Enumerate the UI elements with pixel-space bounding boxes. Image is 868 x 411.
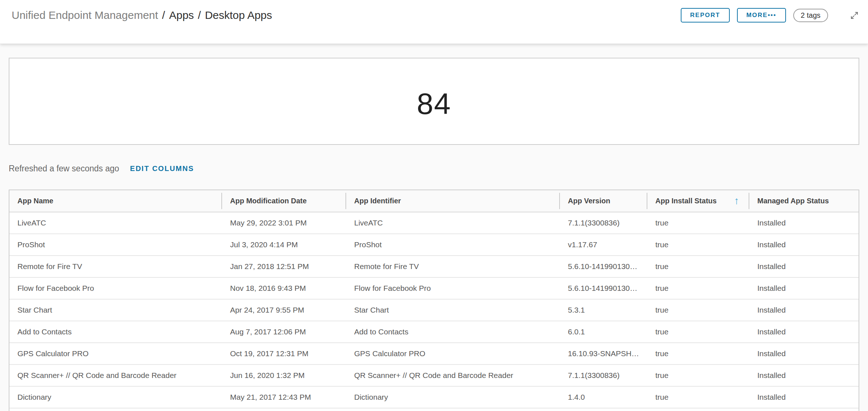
cell-app-identifier: Remote for Fire TV xyxy=(346,256,560,277)
cell-app-version: v1.17.67 xyxy=(560,234,647,256)
report-button[interactable]: REPORT xyxy=(681,8,730,23)
apps-table: App NameApp Modification DateApp Identif… xyxy=(9,190,859,408)
cell-app-install-status: true xyxy=(647,299,749,321)
column-header-managed-app-status[interactable]: Managed App Status xyxy=(749,190,859,212)
cell-app-install-status: true xyxy=(647,343,749,365)
cell-app-modification-date: May 21, 2017 12:43 PM xyxy=(222,386,346,408)
table-row[interactable]: Flow for Facebook ProNov 18, 2016 9:43 P… xyxy=(9,277,859,299)
cell-app-identifier: Dictionary xyxy=(346,386,560,408)
cell-managed-app-status: Installed xyxy=(749,256,859,277)
refresh-status-text: Refreshed a few seconds ago xyxy=(9,164,119,174)
header-actions: REPORT MORE••• 2 tags xyxy=(681,8,863,23)
cell-managed-app-status: Installed xyxy=(749,212,859,234)
table-row[interactable]: Star ChartApr 24, 2017 9:55 PMStar Chart… xyxy=(9,299,859,321)
breadcrumb: Unified Endpoint Management/Apps/Desktop… xyxy=(12,8,272,23)
cell-managed-app-status: Installed xyxy=(749,386,859,408)
cell-app-modification-date: Jun 16, 2020 1:32 PM xyxy=(222,365,346,386)
cell-app-name: Add to Contacts xyxy=(9,321,222,343)
edit-columns-button[interactable]: EDIT COLUMNS xyxy=(130,164,194,173)
table-row[interactable]: DictionaryMay 21, 2017 12:43 PMDictionar… xyxy=(9,386,859,408)
apps-table-body: LiveATCMay 29, 2022 3:01 PMLiveATC7.1.1(… xyxy=(9,212,859,408)
cell-app-version: 5.3.1 xyxy=(560,299,647,321)
cell-managed-app-status: Installed xyxy=(749,234,859,256)
cell-app-install-status: true xyxy=(647,277,749,299)
apps-table-card: App NameApp Modification DateApp Identif… xyxy=(9,190,859,411)
cell-app-install-status: true xyxy=(647,321,749,343)
cell-managed-app-status: Installed xyxy=(749,343,859,365)
cell-app-version: 6.0.1 xyxy=(560,321,647,343)
cell-app-name: Flow for Facebook Pro xyxy=(9,277,222,299)
cell-app-name: ProShot xyxy=(9,234,222,256)
cell-app-modification-date: Jul 3, 2020 4:14 PM xyxy=(222,234,346,256)
column-header-app-name[interactable]: App Name xyxy=(9,190,222,212)
cell-app-install-status: true xyxy=(647,256,749,277)
table-header-row: App NameApp Modification DateApp Identif… xyxy=(9,190,859,212)
cell-managed-app-status: Installed xyxy=(749,365,859,386)
cell-app-version: 7.1.1(3300836) xyxy=(560,212,647,234)
cell-app-modification-date: Apr 24, 2017 9:55 PM xyxy=(222,299,346,321)
cell-app-identifier: Flow for Facebook Pro xyxy=(346,277,560,299)
top-header: Unified Endpoint Management/Apps/Desktop… xyxy=(0,0,868,44)
column-header-app-install-status[interactable]: App Install Status↑ xyxy=(647,190,749,212)
main-content: 84 Refreshed a few seconds ago EDIT COLU… xyxy=(0,58,868,411)
breadcrumb-separator: / xyxy=(162,9,165,21)
cell-managed-app-status: Installed xyxy=(749,321,859,343)
table-row[interactable]: LiveATCMay 29, 2022 3:01 PMLiveATC7.1.1(… xyxy=(9,212,859,234)
total-apps-count: 84 xyxy=(417,82,451,121)
breadcrumb-apps[interactable]: Apps xyxy=(169,9,194,21)
cell-app-modification-date: May 29, 2022 3:01 PM xyxy=(222,212,346,234)
cell-app-name: QR Scanner+ // QR Code and Barcode Reade… xyxy=(9,365,222,386)
table-row[interactable]: ProShotJul 3, 2020 4:14 PMProShotv1.17.6… xyxy=(9,234,859,256)
cell-managed-app-status: Installed xyxy=(749,277,859,299)
table-row[interactable]: Add to ContactsAug 7, 2017 12:06 PMAdd t… xyxy=(9,321,859,343)
tags-badge[interactable]: 2 tags xyxy=(793,9,828,22)
cell-app-install-status: true xyxy=(647,365,749,386)
column-header-app-identifier[interactable]: App Identifier xyxy=(346,190,560,212)
table-row[interactable]: QR Scanner+ // QR Code and Barcode Reade… xyxy=(9,365,859,386)
cell-app-identifier: Star Chart xyxy=(346,299,560,321)
cell-app-install-status: true xyxy=(647,212,749,234)
apps-table-head: App NameApp Modification DateApp Identif… xyxy=(9,190,859,212)
cell-app-name: LiveATC xyxy=(9,212,222,234)
cell-app-identifier: QR Scanner+ // QR Code and Barcode Reade… xyxy=(346,365,560,386)
cell-app-name: GPS Calculator PRO xyxy=(9,343,222,365)
cell-app-version: 16.10.93-SNAPSH… xyxy=(560,343,647,365)
cell-app-modification-date: Aug 7, 2017 12:06 PM xyxy=(222,321,346,343)
cell-app-install-status: true xyxy=(647,386,749,408)
cell-app-modification-date: Oct 19, 2017 12:31 PM xyxy=(222,343,346,365)
grid-toolbar: Refreshed a few seconds ago EDIT COLUMNS xyxy=(9,164,859,174)
cell-app-name: Dictionary xyxy=(9,386,222,408)
column-header-app-version[interactable]: App Version xyxy=(560,190,647,212)
table-row[interactable]: Remote for Fire TVJan 27, 2018 12:51 PMR… xyxy=(9,256,859,277)
cell-app-identifier: LiveATC xyxy=(346,212,560,234)
cell-app-version: 7.1.1(3300836) xyxy=(560,365,647,386)
breadcrumb-separator: / xyxy=(198,9,201,21)
cell-app-name: Remote for Fire TV xyxy=(9,256,222,277)
breadcrumb-root[interactable]: Unified Endpoint Management xyxy=(12,9,158,21)
cell-app-identifier: Add to Contacts xyxy=(346,321,560,343)
sort-ascending-icon: ↑ xyxy=(734,195,739,207)
cell-app-modification-date: Jan 27, 2018 12:51 PM xyxy=(222,256,346,277)
more-button[interactable]: MORE••• xyxy=(737,8,786,23)
breadcrumb-current-page: Desktop Apps xyxy=(205,9,272,21)
cell-managed-app-status: Installed xyxy=(749,299,859,321)
cell-app-version: 1.4.0 xyxy=(560,386,647,408)
cell-app-name: Star Chart xyxy=(9,299,222,321)
table-row[interactable]: GPS Calculator PROOct 19, 2017 12:31 PMG… xyxy=(9,343,859,365)
expand-icon[interactable] xyxy=(848,8,860,23)
expand-arrows-icon xyxy=(849,11,859,20)
app-count-card: 84 xyxy=(9,58,859,145)
cell-app-identifier: ProShot xyxy=(346,234,560,256)
cell-app-modification-date: Nov 18, 2016 9:43 PM xyxy=(222,277,346,299)
cell-app-identifier: GPS Calculator PRO xyxy=(346,343,560,365)
cell-app-version: 5.6.10-141990130… xyxy=(560,277,647,299)
cell-app-install-status: true xyxy=(647,234,749,256)
column-header-app-modification-date[interactable]: App Modification Date xyxy=(222,190,346,212)
cell-app-version: 5.6.10-141990130… xyxy=(560,256,647,277)
